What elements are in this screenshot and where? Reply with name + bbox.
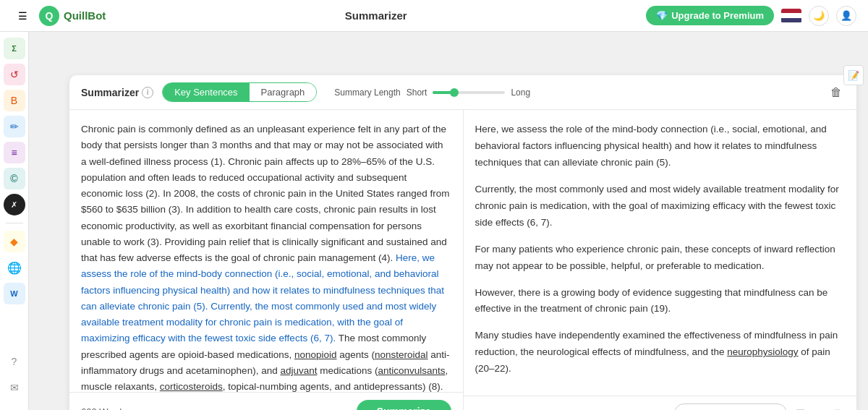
card-body: Chronic pain is commonly defined as an u… (69, 110, 856, 410)
nonsteroidal-link: nonsteroidal (375, 349, 428, 360)
sidebar-item-paraphrase[interactable]: ↺ (4, 64, 25, 85)
sidebar-item-word[interactable]: W (4, 283, 25, 304)
summarizer-card: Summarizer i Key Sentences Paragraph Sum… (69, 75, 856, 410)
length-slider[interactable] (433, 91, 505, 94)
info-icon[interactable]: i (142, 87, 153, 98)
sidebar-help[interactable]: ? (4, 351, 25, 372)
right-paragraph-5: Many studies have independently examined… (475, 328, 846, 377)
main-layout: Summarizer i Key Sentences Paragraph Sum… (58, 64, 868, 410)
annotation-icon[interactable]: 📝 (843, 65, 864, 85)
sidebar-item-premium[interactable]: ◆ (4, 231, 25, 252)
tab-group: Key Sentences Paragraph (162, 82, 317, 102)
right-panel: Here, we assess the role of the mind-bod… (464, 110, 857, 410)
right-text-area: Here, we assess the role of the mind-bod… (464, 110, 857, 396)
sidebar-divider (6, 223, 23, 223)
nonopioid-link: nonopioid (294, 349, 337, 360)
right-paragraph-4: However, there is a growing body of evid… (475, 285, 846, 318)
right-paragraph-3: For many patients who experience chronic… (475, 242, 846, 275)
copy-icon-button[interactable]: ⧉ (831, 404, 845, 411)
user-icon[interactable]: 👤 (836, 6, 856, 26)
menu-icon[interactable]: ☰ (12, 5, 33, 27)
upgrade-button[interactable]: 💎 Upgrade to Premium (646, 6, 774, 25)
tab-paragraph[interactable]: Paragraph (250, 83, 317, 101)
right-footer: 5 Sentences • 128 Words Paraphrase Summa… (464, 396, 857, 410)
topnav-right: 💎 Upgrade to Premium 🌙 👤 (646, 6, 856, 26)
anticonvulsants-link: anticonvulsants (378, 365, 446, 376)
tab-key-sentences[interactable]: Key Sentences (163, 83, 249, 101)
sidebar-item-citations[interactable]: ≡ (4, 142, 25, 163)
left-panel: Chronic pain is commonly defined as an u… (69, 110, 464, 410)
word-count-label: 600 Words (81, 406, 127, 411)
summary-length-label: Summary Length (334, 87, 400, 98)
upgrade-label: Upgrade to Premium (671, 10, 764, 21)
topnav: ☰ Q QuillBot Summarizer 💎 Upgrade to Pre… (0, 0, 868, 32)
slider-thumb (450, 88, 459, 97)
card-header: Summarizer i Key Sentences Paragraph Sum… (69, 75, 856, 110)
footer-icons: Paraphrase Summary ⊞ ↓ ⧉ (674, 403, 845, 410)
topnav-title: Summarizer (345, 9, 407, 22)
left-paragraph-1: Chronic pain is commonly defined as an u… (81, 121, 451, 392)
right-paragraph-2: Currently, the most commonly used and mo… (475, 181, 846, 231)
grid-icon-button[interactable]: ⊞ (793, 403, 808, 410)
left-text-area[interactable]: Chronic pain is commonly defined as an u… (69, 110, 463, 392)
sidebar-item-grammar[interactable]: B (4, 90, 25, 111)
neurophysiology-link: neurophysiology (727, 346, 798, 357)
quillbot-logo: Q QuillBot (39, 6, 106, 26)
summarize-button[interactable]: Summarize (357, 400, 451, 410)
paraphrase-summary-button[interactable]: Paraphrase Summary (674, 403, 787, 410)
sidebar-item-translator[interactable]: © (4, 168, 25, 189)
summary-length: Summary Length Short Long (334, 87, 530, 98)
corticosteroids-link: corticosteroids (160, 381, 223, 392)
sidebar-item-summarizer[interactable]: Σ (4, 38, 25, 59)
download-icon-button[interactable]: ↓ (814, 404, 825, 411)
language-flag[interactable] (781, 9, 801, 23)
logo-icon: Q (39, 6, 59, 26)
long-label: Long (511, 87, 530, 98)
sidebar-item-cowriter[interactable]: ✏ (4, 116, 25, 137)
theme-toggle[interactable]: 🌙 (809, 6, 829, 26)
sidebar-item-plagiarism[interactable]: ✗ (4, 194, 25, 215)
highlighted-sentence-1: Here, we assess the role of the mind-bod… (81, 252, 444, 343)
adjuvant-link: adjuvant (280, 365, 317, 376)
short-label: Short (407, 87, 427, 98)
right-paragraph-1: Here, we assess the role of the mind-bod… (475, 121, 846, 171)
slider-track (433, 91, 505, 94)
sidebar-left: Σ ↺ B ✏ ≡ © ✗ ◆ 🌐 W ? ✉ (0, 32, 29, 410)
sidebar-item-chrome[interactable]: 🌐 (4, 257, 25, 278)
left-footer: 600 Words Summarize (69, 392, 463, 410)
card-title: Summarizer i (81, 87, 153, 98)
delete-button[interactable]: 🗑 (827, 83, 845, 102)
topnav-left: ☰ Q QuillBot (12, 5, 106, 27)
header-right: 🗑 (827, 83, 845, 102)
sidebar-mail[interactable]: ✉ (4, 377, 25, 398)
sidebar-bottom: ? ✉ (4, 351, 25, 404)
logo-text: QuillBot (64, 9, 106, 22)
upgrade-icon: 💎 (656, 10, 668, 21)
